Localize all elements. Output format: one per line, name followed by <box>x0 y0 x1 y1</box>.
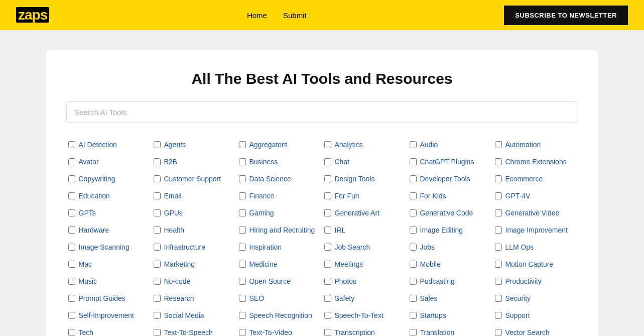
category-item[interactable]: Medicine <box>237 257 322 272</box>
category-checkbox[interactable] <box>495 141 502 148</box>
category-checkbox[interactable] <box>68 312 75 319</box>
category-label[interactable]: Ecommerce <box>505 175 543 183</box>
category-label[interactable]: LLM Ops <box>505 243 534 251</box>
category-checkbox[interactable] <box>324 192 331 199</box>
category-label[interactable]: Sales <box>420 294 438 302</box>
category-item[interactable]: Inspiration <box>237 240 322 255</box>
category-label[interactable]: GPUs <box>164 209 183 217</box>
category-item[interactable]: GPUs <box>152 205 237 220</box>
category-item[interactable]: Startups <box>408 308 493 323</box>
category-item[interactable]: Vector Search <box>493 325 578 336</box>
category-label[interactable]: Image Scanning <box>79 243 130 251</box>
category-checkbox[interactable] <box>68 227 75 234</box>
category-item[interactable]: Productivity <box>493 274 578 289</box>
category-checkbox[interactable] <box>68 192 75 199</box>
category-item[interactable]: Photos <box>322 274 408 289</box>
category-item[interactable]: Jobs <box>408 240 493 255</box>
category-label[interactable]: Hardware <box>79 226 109 234</box>
category-label[interactable]: Design Tools <box>335 175 375 183</box>
category-item[interactable]: Audio <box>408 137 493 152</box>
category-label[interactable]: Data Science <box>249 175 291 183</box>
category-checkbox[interactable] <box>410 141 417 148</box>
category-checkbox[interactable] <box>324 329 331 336</box>
category-label[interactable]: Chrome Extensions <box>505 158 567 166</box>
category-checkbox[interactable] <box>324 278 331 285</box>
category-label[interactable]: Generative Art <box>335 209 380 217</box>
category-checkbox[interactable] <box>154 295 161 302</box>
category-item[interactable]: No-code <box>152 274 237 289</box>
category-label[interactable]: Audio <box>420 141 438 149</box>
category-item[interactable]: Marketing <box>152 257 237 272</box>
category-label[interactable]: AI Detection <box>79 141 117 149</box>
category-item[interactable]: Text-To-Video <box>237 325 322 336</box>
category-checkbox[interactable] <box>239 192 246 199</box>
category-item[interactable]: For Fun <box>322 188 408 203</box>
category-checkbox[interactable] <box>239 312 246 319</box>
category-item[interactable]: Mobile <box>408 257 493 272</box>
category-label[interactable]: Text-To-Video <box>249 328 292 336</box>
category-checkbox[interactable] <box>68 261 75 268</box>
category-item[interactable]: Transcription <box>322 325 408 336</box>
category-checkbox[interactable] <box>68 141 75 148</box>
category-label[interactable]: Marketing <box>164 260 195 268</box>
category-checkbox[interactable] <box>239 227 246 234</box>
category-label[interactable]: Mac <box>79 260 92 268</box>
category-label[interactable]: Open Source <box>249 277 291 285</box>
category-label[interactable]: Generative Video <box>505 209 560 217</box>
category-checkbox[interactable] <box>154 141 161 148</box>
category-item[interactable]: Job Search <box>322 240 408 255</box>
category-item[interactable]: GPT-4V <box>493 188 578 203</box>
category-label[interactable]: Analytics <box>335 141 363 149</box>
category-item[interactable]: Image Editing <box>408 222 493 238</box>
category-label[interactable]: Health <box>164 226 184 234</box>
category-item[interactable]: Finance <box>237 188 322 203</box>
category-label[interactable]: Infrastructure <box>164 243 205 251</box>
category-checkbox[interactable] <box>68 295 75 302</box>
category-item[interactable]: Mac <box>66 257 152 272</box>
category-item[interactable]: Copywriting <box>66 171 152 186</box>
category-checkbox[interactable] <box>495 175 502 182</box>
category-checkbox[interactable] <box>495 158 502 165</box>
category-item[interactable]: Speech Recognition <box>237 308 322 323</box>
category-item[interactable]: Music <box>66 274 152 289</box>
category-checkbox[interactable] <box>324 295 331 302</box>
category-item[interactable]: Analytics <box>322 137 408 152</box>
category-item[interactable]: Business <box>237 154 322 169</box>
category-label[interactable]: Mobile <box>420 260 441 268</box>
category-item[interactable]: Generative Code <box>408 205 493 220</box>
category-label[interactable]: Inspiration <box>249 243 282 251</box>
category-item[interactable]: ChatGPT Plugins <box>408 154 493 169</box>
category-label[interactable]: Music <box>79 277 97 285</box>
category-label[interactable]: Meetings <box>335 260 363 268</box>
category-label[interactable]: Transcription <box>335 328 375 336</box>
category-checkbox[interactable] <box>324 141 331 148</box>
category-label[interactable]: Generative Code <box>420 209 473 217</box>
category-item[interactable]: Research <box>152 291 237 306</box>
category-checkbox[interactable] <box>324 261 331 268</box>
category-checkbox[interactable] <box>495 244 502 251</box>
category-checkbox[interactable] <box>324 209 331 216</box>
category-label[interactable]: Customer Support <box>164 175 221 183</box>
search-input[interactable] <box>66 101 578 123</box>
category-item[interactable]: Self-Improvement <box>66 308 152 323</box>
category-item[interactable]: AI Detection <box>66 137 152 152</box>
category-checkbox[interactable] <box>495 278 502 285</box>
category-checkbox[interactable] <box>68 158 75 165</box>
category-label[interactable]: SEO <box>249 294 265 302</box>
category-checkbox[interactable] <box>154 209 161 216</box>
category-checkbox[interactable] <box>68 209 75 216</box>
category-label[interactable]: Avatar <box>79 158 99 166</box>
category-item[interactable]: Meetings <box>322 257 408 272</box>
category-label[interactable]: Translation <box>420 328 455 336</box>
category-item[interactable]: Speech-To-Text <box>322 308 408 323</box>
category-item[interactable]: Developer Tools <box>408 171 493 186</box>
category-label[interactable]: Aggregators <box>249 141 288 149</box>
category-item[interactable]: Education <box>66 188 152 203</box>
category-item[interactable]: Security <box>493 291 578 306</box>
category-checkbox[interactable] <box>324 175 331 182</box>
category-item[interactable]: Safety <box>322 291 408 306</box>
category-item[interactable]: Generative Video <box>493 205 578 220</box>
category-checkbox[interactable] <box>239 295 246 302</box>
category-item[interactable]: Gaming <box>237 205 322 220</box>
category-label[interactable]: For Kids <box>420 192 446 200</box>
